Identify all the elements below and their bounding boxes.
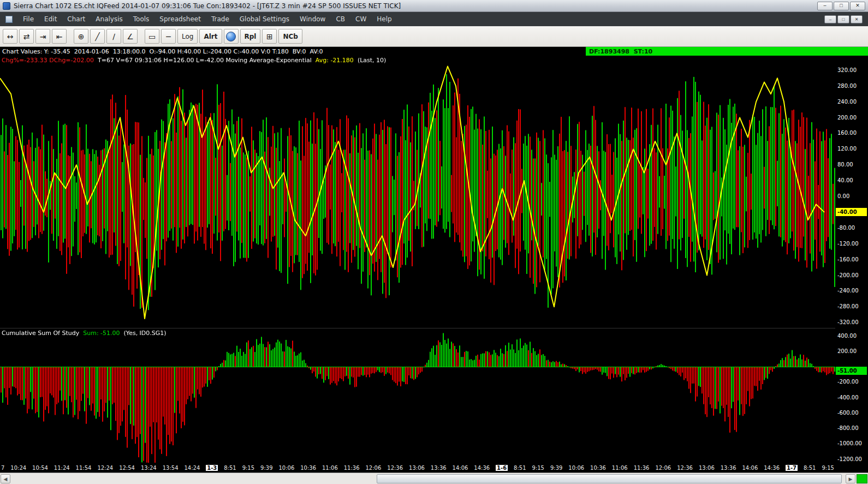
chart-values-bar: Chart Values: Y: -35.45 2014-01-06 13:18… [0,47,868,56]
time-label: 8:51 [224,465,236,471]
scroll-left-button[interactable]: ◀ [1,474,10,483]
scale-tool-button[interactable]: ⇄ [19,29,34,44]
alert-button[interactable]: Alrt [199,29,222,44]
menu-item-analysis[interactable]: Analysis [96,15,122,23]
minimize-button[interactable]: – [817,2,833,10]
scrollbar-thumb[interactable] [377,474,842,483]
menu-item-tools[interactable]: Tools [133,15,150,23]
time-label: 14:06 [453,465,468,471]
menu-item-global-settings[interactable]: Global Settings [240,15,289,23]
angle-tool-button[interactable]: ∠ [123,29,138,44]
line-tool-button[interactable]: ╱ [90,29,105,44]
mdi-close-button[interactable]: ✕ [851,15,863,23]
scale-tick-label: 80.00 [837,162,853,168]
time-label: 11:06 [612,465,628,471]
time-label: 14:06 [742,465,758,471]
scroll-right-icon: ▶ [849,476,853,482]
mdi-minimize-icon: – [829,17,831,22]
scale-tick-label: -600.00 [837,410,859,416]
compress-bars-icon: ⇥ [40,32,46,41]
cum-last-value-box: -51.00 [836,367,867,375]
log-button[interactable]: Log [177,29,198,44]
time-label: 12:24 [97,465,113,471]
replay-button[interactable]: Rpl [240,29,261,44]
line-style-button[interactable]: ▭ [145,29,159,44]
chart-area: Chg%=-233.33 DChg=-202.00 T=67 V=67 09:3… [0,56,868,463]
compress-bars-button[interactable]: ⇥ [35,29,50,44]
pane-divider [0,328,835,328]
window-title: Sierra Chart 1072 ES.cht IQFeed 2014-01-… [14,2,401,10]
time-label: 13:06 [699,465,715,471]
time-label: 13:24 [141,465,157,471]
scale-tick-label: -120.00 [837,241,859,247]
menu-item-window[interactable]: Window [300,15,325,23]
time-label: 14:36 [764,465,780,471]
mdi-restore-button[interactable]: □ [837,15,849,23]
time-label: 12:36 [677,465,693,471]
expand-bars-button[interactable]: ⇤ [52,29,67,44]
menu-item-edit[interactable]: Edit [44,15,57,23]
scale-tick-label: -1000.00 [837,440,862,446]
scroll-left-icon: ◀ [4,476,8,482]
scale-tick-label: 240.00 [837,99,857,105]
replay-window-button[interactable]: ⊞ [262,29,277,44]
time-label: 11:06 [322,465,338,471]
time-label: 10:54 [32,465,48,471]
mdi-minimize-button[interactable]: – [824,15,836,23]
time-axis[interactable]: 710:2410:5411:2411:5412:2412:5413:2413:5… [0,463,868,473]
line-tool-icon: ╱ [95,32,99,41]
title-bar: Sierra Chart 1072 ES.cht IQFeed 2014-01-… [0,0,868,12]
scale-tick-label: -1200.00 [837,456,862,462]
date-marker: 1-3 [206,465,218,471]
time-label: 10:36 [300,465,316,471]
scroll-right-button[interactable]: ▶ [846,474,855,483]
scale-tick-label: -280.00 [837,303,859,309]
last-price-box: -40.00 [836,208,867,216]
cumulative-sum-pane[interactable] [0,328,835,463]
scale-tick-label: 200.00 [837,348,857,354]
menu-item-cw[interactable]: CW [355,15,366,23]
time-label: 13:36 [721,465,736,471]
horizontal-line-button[interactable]: ─ [161,29,176,44]
extending-line-tool-button[interactable]: ∕ [106,29,121,44]
scale-tick-label: -400.00 [837,395,859,401]
replay-window-icon: ⊞ [266,32,273,41]
line-style-icon: ▭ [148,32,156,41]
restore-button[interactable]: □ [834,2,849,10]
time-label: 12:36 [387,465,403,471]
time-label: 10:06 [278,465,294,471]
menu-item-cb[interactable]: CB [336,15,345,23]
window-controls: – □ ✕ [817,2,865,10]
symbol-globe-button[interactable] [224,29,239,44]
time-label: 7 [1,465,4,471]
close-icon: ✕ [855,3,860,8]
scroll-tool-icon: ↔ [7,32,14,41]
menu-item-trade[interactable]: Trade [211,15,229,23]
net-tick-chart-pane[interactable] [0,56,835,328]
scale-tick-label: -240.00 [837,288,859,294]
ncb-button[interactable]: NCb [278,29,302,44]
scale-tick-label: -800.00 [837,425,859,431]
horizontal-scrollbar: ◀ ▶ [0,473,868,484]
crosshair-tool-button[interactable]: ⊕ [74,29,88,44]
scale-tick-label: 320.00 [837,67,857,73]
menu-item-help[interactable]: Help [377,15,391,23]
mdi-window-controls: – □ ✕ [824,15,863,23]
menu-item-file[interactable]: File [23,15,34,23]
scale-tick-label: 0.00 [837,193,849,199]
extending-line-tool-icon: ∕ [112,32,115,41]
chart-document-icon [5,16,13,23]
menu-item-chart[interactable]: Chart [67,15,85,23]
time-label: 12:06 [655,465,671,471]
close-button[interactable]: ✕ [850,2,865,10]
restore-icon: □ [840,3,842,8]
toolbar: ↔⇄⇥⇤⊕╱∕∠▭─LogAlrtRpl⊞NCb [0,26,868,47]
scale-tick-label: -160.00 [837,256,859,262]
time-label: 12:54 [119,465,135,471]
scroll-tool-button[interactable]: ↔ [3,29,17,44]
time-label: 14:36 [474,465,490,471]
price-scale[interactable]: -40.00 -51.00 320.00280.00240.00200.0016… [835,56,868,463]
scale-tick-label: 40.00 [837,177,853,183]
globe-icon [226,32,236,41]
menu-item-spreadsheet[interactable]: Spreadsheet [159,15,201,23]
